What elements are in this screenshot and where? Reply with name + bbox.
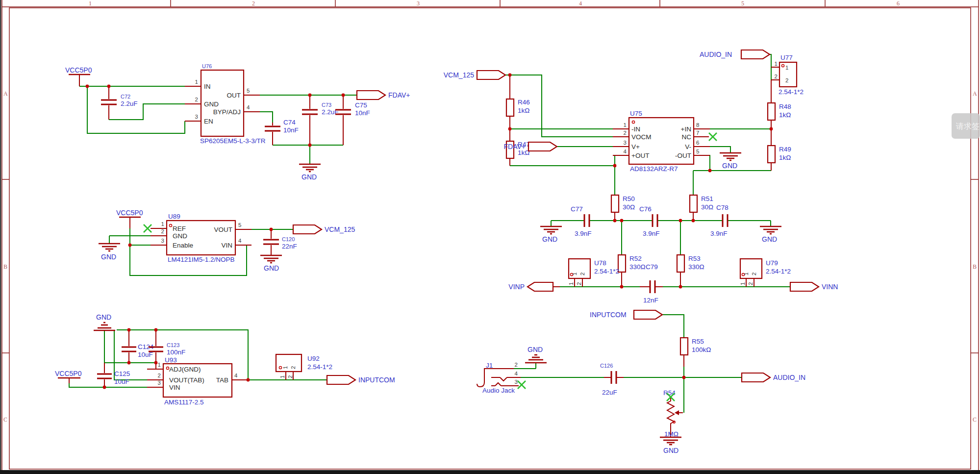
u93-pin3-num: 3 bbox=[158, 380, 161, 386]
component-r46[interactable]: R46 1kΩ bbox=[506, 99, 530, 116]
u93-pin1-name: ADJ(GND) bbox=[169, 366, 201, 373]
port-vcm125-out[interactable]: VCM_125 bbox=[293, 225, 355, 234]
u93-pin4-name: TAB bbox=[216, 376, 228, 384]
u75-ref: U75 bbox=[630, 110, 642, 117]
port-inputcom-in[interactable]: INPUTCOM bbox=[590, 310, 662, 319]
u92-pin1-inner: 1 bbox=[282, 366, 288, 369]
u76-pin4-name: BYP/ADJ bbox=[213, 108, 241, 116]
port-inputcom-out[interactable]: INPUTCOM bbox=[327, 375, 395, 384]
u89-ref: U89 bbox=[168, 213, 180, 220]
u78-pin1-num: 1 bbox=[568, 282, 574, 285]
u75-pin4-name: +OUT bbox=[631, 152, 649, 159]
u76-ref: U76 bbox=[202, 63, 212, 69]
port-vinp-label: VINP bbox=[508, 283, 525, 291]
c123-value: 100nF bbox=[167, 349, 185, 356]
u92-part: 2.54-1*2 bbox=[307, 363, 332, 371]
gnd-label-c120: GND bbox=[264, 264, 279, 272]
port-audioin-top[interactable]: AUDIO_IN bbox=[700, 50, 770, 59]
c125-value: 10uF bbox=[114, 378, 129, 385]
component-c126[interactable]: C126 22uF bbox=[600, 363, 617, 396]
component-u77-header[interactable]: 1 2 1 2 U77 2.54-1*2 bbox=[775, 54, 804, 96]
u75-pin6-name: V- bbox=[685, 143, 691, 150]
zone-col-3: 3 bbox=[417, 0, 420, 7]
r48-ref: R48 bbox=[779, 103, 791, 110]
component-u93-regulator[interactable]: VCC5P0 U93 AMS1117-2.5 1 2 3 ADJ(GND) VO… bbox=[55, 356, 238, 406]
component-u92-header[interactable]: 1 2 1 2 U92 2.54-1*2 bbox=[276, 354, 332, 378]
port-inputcom-in-label: INPUTCOM bbox=[590, 311, 627, 319]
u76-pin5-name: OUT bbox=[227, 92, 241, 99]
component-u75-amplifier[interactable]: U75 AD8132ARZ-R7 1 2 3 4 -IN VOCM V+ +OU… bbox=[624, 110, 717, 173]
port-audioin-bottom[interactable]: AUDIO_IN bbox=[742, 373, 805, 382]
schematic-sheet[interactable]: 1 2 3 4 5 6 A B C A B C bbox=[0, 0, 980, 474]
u89-pin1-name: REF bbox=[173, 225, 186, 232]
zone-col-1: 1 bbox=[89, 0, 92, 7]
port-audioin-bottom-label: AUDIO_IN bbox=[773, 374, 805, 381]
gnd-label-u75: GND bbox=[722, 162, 737, 170]
component-r49[interactable]: R49 1kΩ bbox=[768, 146, 791, 163]
component-r52[interactable]: R52 330Ω bbox=[618, 255, 646, 272]
u93-pin4-num: 4 bbox=[234, 373, 238, 378]
port-vcm125-in[interactable]: VCM_125 bbox=[444, 71, 505, 79]
component-c72[interactable]: C72 2.2uF bbox=[101, 94, 138, 107]
component-r54-potentiometer[interactable]: R54 1MΩ bbox=[663, 389, 683, 438]
u75-pin1-num: 1 bbox=[624, 122, 627, 128]
u76-pin3-num: 3 bbox=[195, 114, 198, 120]
zone-col-4: 4 bbox=[579, 0, 582, 7]
c126-ref: C126 bbox=[600, 363, 613, 369]
component-r53[interactable]: R53 330Ω bbox=[677, 255, 704, 272]
component-u79-header[interactable]: 1 2 1 2 U79 2.54-1*2 bbox=[740, 259, 791, 285]
u93-ref: U93 bbox=[165, 356, 177, 364]
u75-pin5-num: 5 bbox=[696, 149, 699, 154]
component-r48[interactable]: R48 1kΩ bbox=[768, 103, 791, 120]
u77-pin2-num: 2 bbox=[775, 74, 778, 79]
u89-pin4-num: 4 bbox=[238, 238, 242, 244]
component-c74[interactable]: C74 10nF bbox=[265, 119, 299, 134]
u75-pin2-name: VOCM bbox=[631, 133, 652, 141]
u92-ref: U92 bbox=[307, 355, 320, 362]
component-c76[interactable]: C76 3.9nF bbox=[639, 205, 660, 237]
u92-pin2-inner: 2 bbox=[290, 366, 296, 369]
component-c79[interactable]: C79 12nF bbox=[643, 263, 658, 304]
zone-col-6: 6 bbox=[897, 0, 900, 7]
component-c125[interactable]: C125 10uF bbox=[97, 370, 130, 385]
gnd-label-filter-left: GND bbox=[542, 235, 557, 243]
c77-value: 3.9nF bbox=[575, 230, 592, 237]
component-c120[interactable]: C120 22nF bbox=[263, 236, 297, 250]
gnd-symbol-u76: GND bbox=[299, 164, 321, 181]
gnd-label-u76: GND bbox=[302, 173, 317, 181]
u75-part: AD8132ARZ-R7 bbox=[630, 165, 678, 173]
component-r55[interactable]: R55 100kΩ bbox=[680, 338, 711, 355]
schematic-editor-canvas[interactable]: 1 2 3 4 5 6 A B C A B C bbox=[0, 0, 980, 474]
u75-pin3-name: V+ bbox=[631, 143, 640, 150]
port-vinn[interactable]: VINN bbox=[790, 282, 838, 291]
component-c123[interactable]: C123 100nF bbox=[149, 342, 185, 356]
port-vcm125-out-label: VCM_125 bbox=[325, 225, 355, 233]
u75-pin6-num: 6 bbox=[696, 140, 699, 146]
port-fdav-out[interactable]: FDAV+ bbox=[357, 91, 410, 100]
r46-value: 1kΩ bbox=[518, 107, 529, 114]
c76-ref: C76 bbox=[639, 205, 652, 213]
net-label-vcc5p0-3: VCC5P0 bbox=[55, 370, 82, 377]
u89-pin5-num: 5 bbox=[238, 222, 241, 228]
port-vinp[interactable]: VINP bbox=[508, 282, 553, 291]
u89-pin4-name: VIN bbox=[221, 242, 232, 249]
zone-row-a-left: A bbox=[3, 90, 8, 97]
component-c73[interactable]: C73 2.2uF bbox=[302, 102, 339, 116]
u93-pin3-name: VIN bbox=[169, 384, 180, 391]
port-fdav-in[interactable]: FDAV+ bbox=[504, 142, 557, 151]
zone-row-b-left: B bbox=[3, 263, 7, 270]
r48-value: 1kΩ bbox=[779, 111, 791, 119]
u76-pin1-name: IN bbox=[204, 83, 211, 90]
u92-pin2-num: 2 bbox=[287, 375, 293, 378]
u79-part: 2.54-1*2 bbox=[766, 268, 791, 275]
component-c77[interactable]: C77 3.9nF bbox=[571, 205, 592, 237]
gnd-symbol-u93: GND bbox=[94, 313, 115, 330]
u89-pin3-num: 3 bbox=[161, 238, 164, 244]
component-r50[interactable]: R50 30Ω bbox=[611, 195, 635, 212]
component-r51[interactable]: R51 30Ω bbox=[690, 195, 713, 212]
u75-pin1-name: -IN bbox=[631, 125, 640, 133]
component-u78-header[interactable]: 1 2 1 2 U78 2.54-1*2 bbox=[568, 259, 619, 285]
component-c75[interactable]: C75 10nF bbox=[335, 101, 370, 117]
j1-part: Audio Jack bbox=[482, 387, 515, 394]
j1-ref: J1 bbox=[486, 362, 493, 369]
